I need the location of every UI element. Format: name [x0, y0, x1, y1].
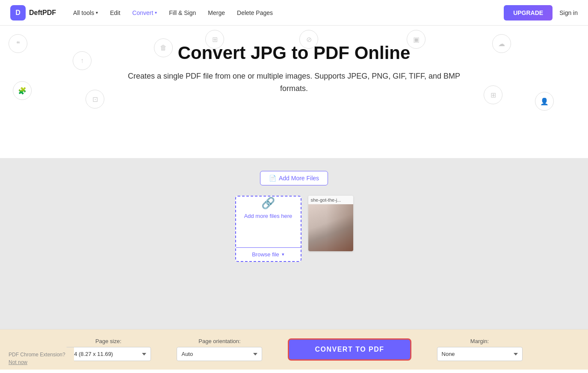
nav-links: All tools ▾ Edit Convert ▾ Fill & Sign M… — [73, 9, 504, 16]
deco-quote-icon: ❝ — [9, 34, 27, 53]
deco-puzzle-icon: 🧩 — [13, 81, 32, 100]
nav-merge[interactable]: Merge — [208, 9, 225, 16]
image-card: she-got-the-j... — [308, 196, 353, 251]
nav-fill-sign[interactable]: Fill & Sign — [169, 9, 196, 16]
bottom-bar: Page size: A4 (8.27 x 11.69) Letter (8.5… — [0, 329, 588, 370]
drop-text: Add more files here — [244, 212, 293, 220]
toast-title: PDF Chrome Extension? — [9, 352, 65, 358]
page-size-group: Page size: A4 (8.27 x 11.69) Letter (8.5… — [65, 338, 151, 361]
toast-not-now[interactable]: Not now — [9, 359, 65, 365]
margin-group: Margin: None Small Medium Large — [437, 338, 523, 361]
drop-zone[interactable]: 🔗 Add more files here Browse file ▾ — [235, 196, 301, 262]
deco-cloud-icon: ☁ — [492, 34, 511, 53]
image-filename: she-got-the-j... — [308, 196, 353, 204]
main-upload-area: 📄 Add More Files 🔗 Add more files here B… — [0, 158, 588, 329]
add-more-files-button[interactable]: 📄 Add More Files — [260, 171, 328, 185]
browse-chevron-icon: ▾ — [282, 252, 284, 257]
upgrade-button[interactable]: UPGRADE — [504, 5, 553, 21]
deco-slash-icon: ⊘ — [299, 30, 318, 49]
browse-row[interactable]: Browse file ▾ — [236, 247, 301, 261]
deco-box-icon: ⊡ — [86, 90, 104, 109]
toast-notification: PDF Chrome Extension? Not now — [0, 347, 74, 370]
deco-bookmark-icon: ▣ — [407, 30, 425, 49]
fake-image — [308, 204, 353, 251]
nav-all-tools[interactable]: All tools ▾ — [73, 9, 98, 16]
signin-link[interactable]: Sign in — [559, 9, 578, 16]
orientation-select[interactable]: Auto Portrait Landscape — [177, 347, 262, 361]
orientation-group: Page orientation: Auto Portrait Landscap… — [177, 338, 262, 361]
deco-trash-icon: 🗑 — [154, 38, 173, 57]
nav-convert[interactable]: Convert ▾ — [132, 9, 157, 16]
deco-table-icon: ⊞ — [484, 85, 502, 104]
nav-right: UPGRADE Sign in — [504, 5, 578, 21]
browse-label: Browse file — [252, 251, 279, 258]
navbar: D DeftPDF All tools ▾ Edit Convert ▾ Fil… — [0, 0, 588, 26]
clip-icon: 🔗 — [261, 197, 275, 210]
convert-to-pdf-button[interactable]: CONVERT TO PDF — [288, 338, 411, 361]
page-size-select[interactable]: A4 (8.27 x 11.69) Letter (8.5 x 11) A3 (… — [65, 347, 151, 361]
deco-grid-icon: ⊞ — [205, 30, 224, 49]
page-size-label: Page size: — [65, 338, 151, 344]
deco-person-icon: 👤 — [535, 92, 554, 111]
logo-name: DeftPDF — [29, 9, 56, 17]
logo-area[interactable]: D DeftPDF — [10, 5, 56, 21]
margin-label: Margin: — [437, 338, 523, 344]
nav-edit[interactable]: Edit — [110, 9, 120, 16]
logo-icon: D — [10, 5, 26, 21]
nav-delete-pages[interactable]: Delete Pages — [237, 9, 273, 16]
deco-arrow-icon: ↑ — [73, 51, 92, 70]
chevron-icon: ▾ — [96, 10, 98, 15]
hero-subtitle: Creates a single PDF file from one or mu… — [123, 70, 465, 95]
orientation-label: Page orientation: — [177, 338, 262, 344]
margin-select[interactable]: None Small Medium Large — [437, 347, 523, 361]
hero-section: ❝ ↑ ⊞ ⊘ ▣ ☁ 🧩 ⊡ ⊞ 🗑 👤 Convert JPG to PDF… — [0, 26, 588, 158]
chevron-icon: ▾ — [155, 10, 157, 15]
file-icon: 📄 — [269, 175, 276, 182]
image-preview — [308, 204, 353, 251]
files-row: 🔗 Add more files here Browse file ▾ she-… — [235, 196, 353, 262]
